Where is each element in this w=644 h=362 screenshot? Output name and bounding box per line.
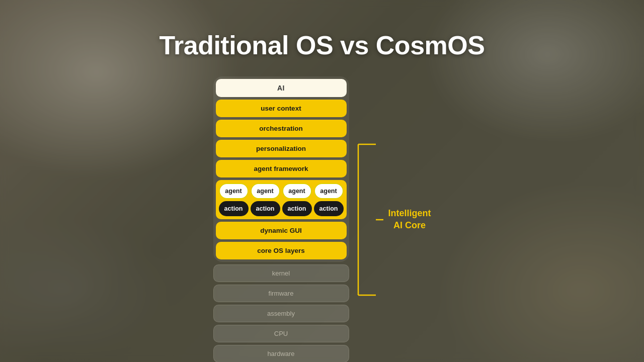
actions-row: action action action action bbox=[219, 201, 344, 216]
layer-ai: AI bbox=[216, 79, 347, 97]
layer-core-os: core OS layers bbox=[216, 242, 347, 259]
layer-assembly: assembly bbox=[213, 305, 349, 322]
agent-pill-3: agent bbox=[282, 183, 312, 199]
layer-personalization: personalization bbox=[216, 140, 347, 157]
agents-section: agent agent agent agent action action ac… bbox=[216, 180, 347, 219]
agents-row: agent agent agent agent bbox=[219, 183, 344, 199]
layer-agent-framework: agent framework bbox=[216, 160, 347, 177]
layer-orchestration: orchestration bbox=[216, 120, 347, 137]
action-pill-3: action bbox=[282, 201, 312, 216]
action-pill-4: action bbox=[314, 201, 344, 216]
layer-cpu: CPU bbox=[213, 325, 349, 342]
ai-core-label: Intelligent AI Core bbox=[388, 208, 431, 231]
agent-pill-1: agent bbox=[219, 183, 249, 199]
layer-user-context: user context bbox=[216, 100, 347, 117]
layer-dynamic-gui: dynamic GUI bbox=[216, 222, 347, 239]
layer-kernel: kernel bbox=[213, 264, 349, 282]
agent-pill-4: agent bbox=[314, 183, 344, 199]
action-pill-1: action bbox=[219, 201, 249, 216]
diagram-area: AI user context orchestration personaliz… bbox=[213, 76, 431, 362]
cosmos-box: AI user context orchestration personaliz… bbox=[213, 76, 349, 262]
page-title: Traditional OS vs CosmOS bbox=[159, 30, 485, 60]
agent-pill-2: agent bbox=[251, 183, 280, 199]
main-column: AI user context orchestration personaliz… bbox=[213, 76, 349, 362]
bracket-area: Intelligent AI Core bbox=[353, 142, 431, 298]
layer-firmware: firmware bbox=[213, 285, 349, 302]
action-pill-2: action bbox=[251, 201, 280, 216]
bracket-icon bbox=[353, 142, 383, 298]
traditional-layers: kernel firmware assembly CPU hardware bbox=[213, 264, 349, 362]
layer-hardware: hardware bbox=[213, 345, 349, 362]
